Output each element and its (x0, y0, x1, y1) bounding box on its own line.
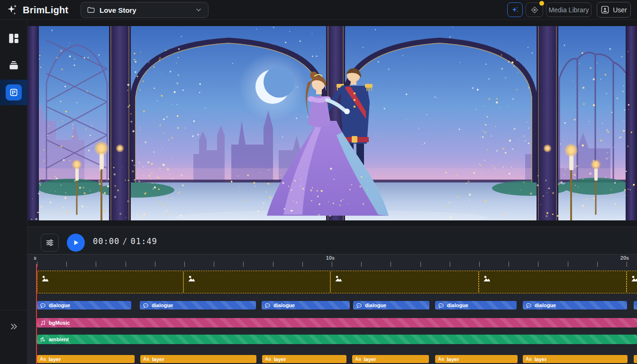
ruler-label: 10s (326, 255, 335, 261)
ruler-tick (420, 262, 421, 267)
clip-label: ambient (49, 337, 69, 342)
ai-assistant-button[interactable] (507, 2, 523, 17)
chevrons-right-icon (9, 322, 18, 331)
left-sidebar (0, 20, 27, 364)
upgrade-gem-button[interactable] (526, 2, 543, 17)
ruler-tick (273, 262, 273, 267)
time-divider: / (119, 237, 130, 246)
ambient-track-bar[interactable]: ambient (37, 335, 637, 344)
ruler-tick (37, 262, 37, 267)
expand-panel-button[interactable] (7, 320, 20, 333)
text-layer-icon: Aa (40, 356, 46, 362)
ruler-tick (361, 262, 362, 267)
project-selector[interactable]: Love Story (81, 2, 209, 18)
layer-clip[interactable]: Aalayer (523, 355, 628, 363)
clip-label: layer (152, 356, 164, 362)
image-clip[interactable] (627, 271, 637, 293)
text-layer-icon: Aa (265, 356, 271, 362)
layer-clip[interactable]: Aalayer (435, 355, 518, 363)
timeline-ruler[interactable]: s10s20s (27, 255, 637, 267)
image-clip[interactable] (479, 271, 627, 293)
layer-clip[interactable]: Aalayer (140, 355, 256, 363)
ruler-tick (155, 262, 155, 267)
transport-bar: 00:00/01:49 (27, 227, 637, 254)
dialogue-clip[interactable]: dialogue (140, 301, 256, 309)
playhead[interactable] (36, 264, 37, 364)
layout-panels-icon (8, 32, 20, 45)
speech-bubble-icon (40, 302, 46, 309)
speech-bubble-icon (264, 302, 271, 309)
clip-label: layer (447, 356, 459, 362)
image-clip[interactable] (183, 271, 330, 293)
image-icon (334, 274, 343, 283)
ruler-tick (184, 262, 185, 267)
user-icon (601, 5, 610, 14)
preview-frame (27, 26, 637, 220)
speech-bubble-icon (526, 302, 532, 309)
ruler-label: s (34, 255, 36, 261)
ruler-tick (96, 262, 96, 267)
project-name: Love Story (100, 6, 191, 14)
sidebar-item-layout[interactable] (0, 26, 27, 51)
sidebar-item-projects[interactable] (0, 52, 27, 78)
ruler-tick (391, 262, 391, 267)
music-note-icon (40, 320, 46, 326)
ruler-tick (568, 262, 568, 267)
speech-bubble-icon (356, 302, 362, 309)
gem-icon (530, 6, 539, 14)
image-clip[interactable] (330, 271, 479, 293)
text-layer-icon: Aa (526, 356, 532, 362)
folder-icon (87, 6, 95, 14)
dialogue-clip[interactable] (634, 301, 637, 309)
dialogue-clip[interactable]: dialogue (262, 301, 350, 309)
dialogue-clip[interactable]: dialogue (353, 301, 429, 309)
dialogue-clip[interactable]: dialogue (37, 301, 131, 309)
clip-label: layer (535, 356, 547, 362)
ruler-label: 20s (620, 255, 629, 261)
clip-label: dialogue (49, 302, 70, 308)
layer-clip[interactable]: Aalayer (352, 355, 429, 363)
clip-label: dialogue (535, 302, 556, 308)
clip-label: layer (49, 356, 61, 362)
ruler-tick (450, 262, 450, 267)
media-library-button[interactable]: Media Library (546, 2, 592, 17)
sidebar-item-editor[interactable] (0, 80, 27, 105)
speech-bubble-icon (438, 302, 444, 309)
total-time: 01:49 (130, 237, 157, 246)
text-layer-icon: Aa (143, 356, 149, 362)
media-library-label: Media Library (549, 6, 589, 14)
clip-label: dialogue (365, 302, 386, 308)
ruler-tick (509, 262, 509, 267)
timeline-panel: s10s20s dialoguedialoguedialoguedialogue… (27, 254, 637, 364)
ruler-tick (597, 262, 598, 267)
layer-clip[interactable]: Aalayer (262, 355, 346, 363)
bgmusic-track-bar[interactable]: bgMusic (37, 318, 637, 328)
play-button[interactable] (67, 234, 85, 252)
notification-badge (539, 1, 544, 6)
layer-clip[interactable] (634, 355, 637, 363)
time-display: 00:00/01:49 (93, 237, 157, 246)
dialogue-clip[interactable]: dialogue (523, 301, 627, 309)
ruler-tick (538, 262, 538, 267)
current-time: 00:00 (93, 237, 119, 246)
clip-label: dialogue (447, 302, 468, 308)
sidebar-bottom-section (0, 310, 27, 333)
ai-sparkle-icon (511, 6, 519, 14)
text-layer-icon: Aa (438, 356, 444, 362)
user-button[interactable]: User (597, 2, 631, 18)
layer-clip[interactable]: Aalayer (37, 355, 135, 363)
user-label: User (613, 6, 627, 14)
image-clip[interactable] (37, 271, 183, 293)
speech-bubble-icon (143, 302, 149, 309)
clip-label: bgMusic (49, 320, 70, 326)
app-name: BrimLight (23, 5, 68, 16)
ruler-tick (214, 262, 214, 267)
chevron-down-icon (195, 6, 202, 14)
playback-settings-button[interactable] (41, 234, 59, 252)
sparkles-logo-icon (6, 3, 19, 17)
editor-active-chip (6, 84, 22, 100)
ruler-tick (332, 262, 332, 267)
clip-label: dialogue (152, 302, 173, 308)
text-layer-icon: Aa (355, 356, 361, 362)
dialogue-clip[interactable]: dialogue (435, 301, 517, 309)
